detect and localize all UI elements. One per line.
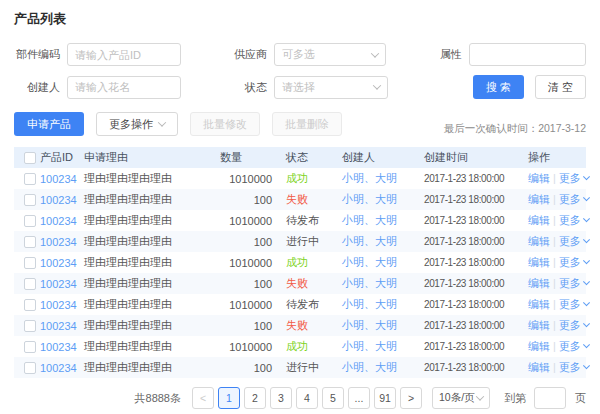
- status-select[interactable]: 请选择: [274, 76, 388, 99]
- reason-cell: 理由理由理由理由: [84, 231, 220, 252]
- edit-link[interactable]: 编辑: [528, 256, 550, 268]
- creator-link[interactable]: 小明、大明: [342, 319, 397, 331]
- creator-link[interactable]: 小明、大明: [342, 214, 397, 226]
- prev-page-button[interactable]: <: [192, 387, 214, 409]
- chevron-down-icon: [583, 194, 590, 201]
- apply-product-button[interactable]: 申请产品: [14, 112, 84, 136]
- table-row: 100234 理由理由理由理由 1010000 成功 小明、大明 2017-1-…: [14, 252, 586, 273]
- jump-page-input[interactable]: [534, 387, 566, 409]
- table-row: 100234 理由理由理由理由 1010000 成功 小明、大明 2017-1-…: [14, 168, 586, 189]
- col-created-time: 创建时间: [416, 147, 522, 168]
- status-text: 待发布: [286, 214, 319, 226]
- row-checkbox[interactable]: [24, 320, 36, 332]
- table-header-row: 产品ID 申请理由 数量 状态 创建人 创建时间 操作: [14, 147, 586, 168]
- product-id-link[interactable]: 100234: [40, 362, 77, 374]
- creator-input[interactable]: [67, 76, 181, 99]
- product-id-link[interactable]: 100234: [40, 278, 77, 290]
- row-checkbox[interactable]: [24, 215, 36, 227]
- product-id-link[interactable]: 100234: [40, 194, 77, 206]
- product-id-link[interactable]: 100234: [40, 320, 77, 332]
- row-checkbox[interactable]: [24, 194, 36, 206]
- row-checkbox[interactable]: [24, 278, 36, 290]
- more-link[interactable]: 更多: [559, 214, 581, 226]
- creator-link[interactable]: 小明、大明: [342, 277, 397, 289]
- creator-link[interactable]: 小明、大明: [342, 256, 397, 268]
- status-text: 失败: [286, 319, 308, 331]
- product-id-link[interactable]: 100234: [40, 236, 77, 248]
- toolbar: 申请产品 更多操作 批量修改 批量删除 最后一次确认时间：2017-3-12: [14, 112, 586, 136]
- search-button[interactable]: 搜索: [473, 75, 524, 99]
- more-link[interactable]: 更多: [559, 235, 581, 247]
- status-text: 失败: [286, 277, 308, 289]
- filter-row-2: 创建人 状态 请选择 搜索 清空: [14, 75, 586, 99]
- creator-link[interactable]: 小明、大明: [342, 361, 397, 373]
- status-text: 进行中: [286, 235, 319, 247]
- creator-link[interactable]: 小明、大明: [342, 235, 397, 247]
- row-checkbox[interactable]: [24, 236, 36, 248]
- more-link[interactable]: 更多: [559, 193, 581, 205]
- table-row: 100234 理由理由理由理由 1010000 成功 小明、大明 2017-1-…: [14, 336, 586, 357]
- next-page-button[interactable]: >: [400, 387, 422, 409]
- edit-link[interactable]: 编辑: [528, 193, 550, 205]
- more-actions-label: 更多操作: [109, 117, 153, 132]
- part-code-input[interactable]: [67, 43, 181, 66]
- more-link[interactable]: 更多: [559, 340, 581, 352]
- product-id-link[interactable]: 100234: [40, 257, 77, 269]
- more-link[interactable]: 更多: [559, 172, 581, 184]
- page-number-button[interactable]: 5: [322, 387, 344, 409]
- page-number-button[interactable]: 4: [296, 387, 318, 409]
- product-id-link[interactable]: 100234: [40, 173, 77, 185]
- product-id-link[interactable]: 100234: [40, 299, 77, 311]
- edit-link[interactable]: 编辑: [528, 298, 550, 310]
- page-size-select[interactable]: 10条/页: [432, 387, 490, 409]
- more-actions-button[interactable]: 更多操作: [96, 112, 178, 136]
- batch-edit-button[interactable]: 批量修改: [190, 112, 260, 136]
- product-list-page: 产品列表 部件编码 供应商 可多选 属性 创建人 状态 请选择 搜索 清空: [0, 0, 600, 414]
- creator-link[interactable]: 小明、大明: [342, 340, 397, 352]
- status-text: 失败: [286, 193, 308, 205]
- table-row: 100234 理由理由理由理由 100 进行中 小明、大明 2017-1-23 …: [14, 231, 586, 252]
- reason-cell: 理由理由理由理由: [84, 294, 220, 315]
- more-link[interactable]: 更多: [559, 256, 581, 268]
- edit-link[interactable]: 编辑: [528, 172, 550, 184]
- more-link[interactable]: 更多: [559, 361, 581, 373]
- more-link[interactable]: 更多: [559, 277, 581, 289]
- row-checkbox[interactable]: [24, 173, 36, 185]
- attribute-input[interactable]: [469, 43, 586, 66]
- edit-link[interactable]: 编辑: [528, 277, 550, 289]
- more-link[interactable]: 更多: [559, 319, 581, 331]
- page-number-button[interactable]: 2: [244, 387, 266, 409]
- edit-link[interactable]: 编辑: [528, 319, 550, 331]
- row-checkbox[interactable]: [24, 341, 36, 353]
- created-time-cell: 2017-1-23 18:00:00: [416, 273, 522, 294]
- creator-link[interactable]: 小明、大明: [342, 172, 397, 184]
- col-reason: 申请理由: [84, 147, 220, 168]
- page-number-button[interactable]: 1: [218, 387, 240, 409]
- status-text: 进行中: [286, 361, 319, 373]
- filter-form: 部件编码 供应商 可多选 属性 创建人 状态 请选择 搜索 清空: [14, 43, 586, 99]
- chevron-down-icon: [583, 173, 590, 180]
- select-all-checkbox[interactable]: [24, 152, 36, 164]
- creator-link[interactable]: 小明、大明: [342, 298, 397, 310]
- more-link[interactable]: 更多: [559, 298, 581, 310]
- row-checkbox[interactable]: [24, 362, 36, 374]
- edit-link[interactable]: 编辑: [528, 235, 550, 247]
- page-number-button[interactable]: 91: [374, 387, 396, 409]
- last-confirm-time: 最后一次确认时间：2017-3-12: [444, 122, 586, 136]
- row-checkbox[interactable]: [24, 299, 36, 311]
- edit-link[interactable]: 编辑: [528, 214, 550, 226]
- batch-delete-button[interactable]: 批量删除: [272, 112, 342, 136]
- edit-link[interactable]: 编辑: [528, 361, 550, 373]
- page-size-value: 10条/页: [439, 391, 475, 405]
- product-id-link[interactable]: 100234: [40, 341, 77, 353]
- page-number-button[interactable]: 3: [270, 387, 292, 409]
- edit-link[interactable]: 编辑: [528, 340, 550, 352]
- product-id-link[interactable]: 100234: [40, 215, 77, 227]
- creator-link[interactable]: 小明、大明: [342, 193, 397, 205]
- status-select-value: 请选择: [282, 80, 315, 95]
- page-ellipsis-button[interactable]: ...: [348, 387, 370, 409]
- clear-button[interactable]: 清空: [535, 75, 586, 99]
- created-time-cell: 2017-1-23 18:00:00: [416, 231, 522, 252]
- row-checkbox[interactable]: [24, 257, 36, 269]
- supplier-select[interactable]: 可多选: [274, 43, 386, 66]
